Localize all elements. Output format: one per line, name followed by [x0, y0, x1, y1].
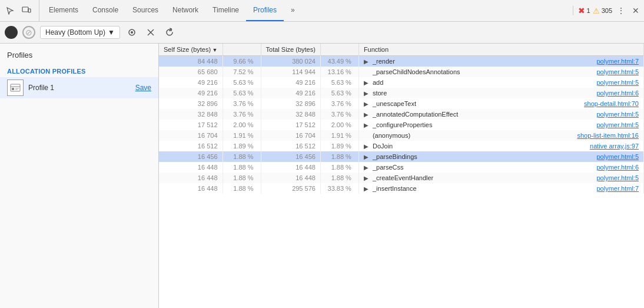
profile-content: Self Size (bytes) Total Size (bytes) Fun… — [159, 44, 644, 308]
status-bar: ✖ 1 ⚠ 305 ⋮ ✕ — [573, 6, 642, 15]
table-row[interactable]: 32 896 3.76 % 32 896 3.76 % ▶ _unescapeT… — [159, 98, 644, 109]
table-row[interactable]: 16 448 1.88 % 16 448 1.88 % ▶ _createEve… — [159, 173, 644, 183]
expand-icon[interactable]: ▶ — [364, 122, 371, 128]
error-count: 1 — [587, 7, 590, 14]
self-size-cell: 16 448 — [159, 173, 223, 183]
total-pct-header — [320, 44, 358, 56]
profile-table: Self Size (bytes) Total Size (bytes) Fun… — [159, 44, 644, 194]
self-size-cell: 49 216 — [159, 77, 223, 88]
expand-icon[interactable]: ▶ — [364, 111, 371, 118]
total-size-header[interactable]: Total Size (bytes) — [261, 44, 320, 56]
source-link[interactable]: native array.js:97 — [590, 143, 639, 150]
profile-item[interactable]: Profile 1 Save — [0, 77, 158, 98]
source-link[interactable]: polymer.html:5 — [596, 121, 639, 128]
close-button[interactable]: ✕ — [630, 6, 642, 15]
tab-sources[interactable]: Sources — [125, 0, 165, 21]
tab-network[interactable]: Network — [165, 0, 205, 21]
function-header[interactable]: Function — [358, 44, 643, 56]
svg-rect-0 — [22, 7, 28, 12]
refresh-button[interactable] — [162, 25, 177, 39]
expand-icon[interactable]: ▶ — [364, 143, 371, 150]
expand-icon[interactable]: ▶ — [364, 80, 371, 86]
total-size-cell: 16 704 — [261, 130, 320, 141]
svg-rect-1 — [28, 9, 31, 12]
table-row[interactable]: 84 448 9.66 % 380 024 43.49 % ▶ _render … — [159, 56, 644, 67]
cursor-icon[interactable] — [2, 3, 18, 18]
total-size-cell: 114 944 — [261, 67, 320, 77]
exclude-button[interactable] — [144, 25, 158, 39]
function-cell: ▶ _unescapeText shop-detail.html:70 — [358, 98, 643, 109]
source-link[interactable]: polymer.html:5 — [596, 79, 639, 86]
function-cell: ▶ _insertInstance polymer.html:7 — [358, 183, 643, 194]
main-layout: Profiles ALLOCATION PROFILES Profile 1 S… — [0, 44, 644, 308]
expand-icon[interactable]: ▶ — [364, 164, 371, 171]
source-link[interactable]: polymer.html:6 — [596, 90, 639, 97]
expand-icon[interactable]: ▶ — [364, 175, 371, 181]
expand-icon[interactable]: ▶ — [364, 90, 371, 97]
source-link[interactable]: polymer.html:7 — [596, 58, 639, 65]
tab-elements[interactable]: Elements — [42, 0, 85, 21]
function-cell: ▶ _parseCss polymer.html:6 — [358, 162, 643, 173]
source-link[interactable]: shop-detail.html:70 — [584, 100, 639, 107]
table-row[interactable]: 16 512 1.89 % 16 512 1.89 % ▶ DoJoin nat… — [159, 141, 644, 151]
expand-icon[interactable]: ▶ — [364, 186, 371, 192]
total-pct-cell: 5.63 % — [320, 88, 358, 98]
self-pct-cell: 9.66 % — [223, 56, 261, 67]
table-row[interactable]: 16 704 1.91 % 16 704 1.91 % (anonymous) … — [159, 130, 644, 141]
chevron-down-icon: ▼ — [108, 28, 115, 37]
source-link[interactable]: polymer.html:5 — [596, 111, 639, 118]
table-row[interactable]: 16 448 1.88 % 16 448 1.88 % ▶ _parseCss … — [159, 162, 644, 173]
table-row[interactable]: 65 680 7.52 % 114 944 13.16 % _parseChil… — [159, 67, 644, 77]
sidebar: Profiles ALLOCATION PROFILES Profile 1 S… — [0, 44, 159, 308]
self-pct-cell: 1.89 % — [223, 141, 261, 151]
record-button[interactable] — [5, 26, 18, 39]
total-pct-cell: 1.88 % — [320, 151, 358, 162]
function-cell: ▶ _render polymer.html:7 — [358, 56, 643, 67]
function-cell: ▶ store polymer.html:6 — [358, 88, 643, 98]
total-size-cell: 16 512 — [261, 141, 320, 151]
total-size-cell: 32 848 — [261, 109, 320, 120]
clear-button[interactable]: ⊘ — [22, 26, 35, 39]
total-pct-cell: 3.76 % — [320, 98, 358, 109]
table-header-row: Self Size (bytes) Total Size (bytes) Fun… — [159, 44, 644, 56]
self-size-cell: 16 448 — [159, 183, 223, 194]
source-link[interactable]: polymer.html:7 — [596, 185, 639, 192]
self-pct-cell: 1.91 % — [223, 130, 261, 141]
total-size-cell: 17 512 — [261, 120, 320, 130]
table-row[interactable]: 49 216 5.63 % 49 216 5.63 % ▶ add polyme… — [159, 77, 644, 88]
tab-profiles[interactable]: Profiles — [246, 0, 284, 21]
source-link[interactable]: shop-list-item.html:16 — [577, 132, 639, 139]
self-size-cell: 16 704 — [159, 130, 223, 141]
self-size-header[interactable]: Self Size (bytes) — [159, 44, 223, 56]
save-link[interactable]: Save — [135, 84, 151, 92]
table-row[interactable]: 32 848 3.76 % 32 848 3.76 % ▶ _annotated… — [159, 109, 644, 120]
focus-icon[interactable] — [125, 25, 139, 39]
view-dropdown[interactable]: Heavy (Bottom Up) ▼ — [40, 26, 120, 39]
sidebar-title: Profiles — [0, 48, 158, 64]
responsive-icon[interactable] — [19, 3, 34, 18]
table-row[interactable]: 16 448 1.88 % 295 576 33.83 % ▶ _insertI… — [159, 183, 644, 194]
warning-badge: ⚠ 305 — [593, 6, 612, 15]
tab-more[interactable]: » — [284, 0, 302, 21]
expand-icon[interactable]: ▶ — [364, 101, 371, 107]
total-pct-cell: 43.49 % — [320, 56, 358, 67]
source-link[interactable]: polymer.html:5 — [596, 153, 639, 160]
total-pct-cell: 1.89 % — [320, 141, 358, 151]
tab-timeline[interactable]: Timeline — [205, 0, 246, 21]
more-options-button[interactable]: ⋮ — [615, 6, 628, 15]
total-size-cell: 16 456 — [261, 151, 320, 162]
source-link[interactable]: polymer.html:5 — [596, 68, 639, 75]
self-size-cell: 16 448 — [159, 162, 223, 173]
source-link[interactable]: polymer.html:5 — [596, 174, 639, 181]
profile-icon — [7, 80, 24, 96]
table-row[interactable]: 17 512 2.00 % 17 512 2.00 % ▶ _configure… — [159, 120, 644, 130]
total-size-cell: 380 024 — [261, 56, 320, 67]
tab-console[interactable]: Console — [85, 0, 125, 21]
table-row[interactable]: 16 456 1.88 % 16 456 1.88 % ▶ _parseBind… — [159, 151, 644, 162]
expand-icon[interactable]: ▶ — [364, 154, 371, 160]
self-pct-header — [223, 44, 261, 56]
expand-icon[interactable]: ▶ — [364, 58, 371, 65]
source-link[interactable]: polymer.html:6 — [596, 164, 639, 171]
total-pct-cell: 5.63 % — [320, 77, 358, 88]
table-row[interactable]: 49 216 5.63 % 49 216 5.63 % ▶ store poly… — [159, 88, 644, 98]
